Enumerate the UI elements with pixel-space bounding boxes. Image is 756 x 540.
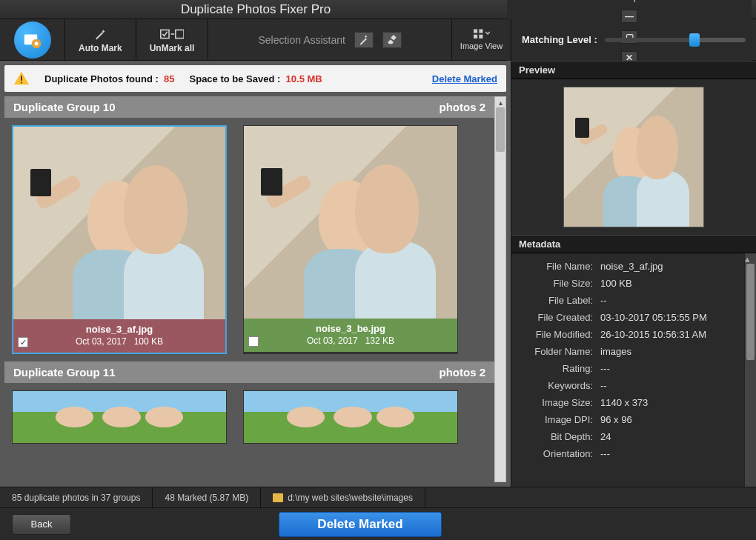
toolbar: Auto Mark UnMark all Selection Assistant…: [0, 19, 756, 61]
photo-filename: noise_3_af.jpg: [16, 324, 222, 335]
group-header: Duplicate Group 10 photos 2: [4, 96, 494, 118]
photo-card[interactable]: [243, 390, 458, 444]
metadata-list: File Name:noise_3_af.jpg File Size:100 K…: [511, 253, 744, 487]
selection-assistant: Selection Assistant: [208, 19, 452, 60]
photo-checkbox[interactable]: [248, 336, 259, 347]
folder-icon: [273, 493, 283, 502]
svg-rect-9: [479, 35, 483, 39]
bottom-bar: Back Delete Marked: [0, 507, 756, 540]
status-marked: 48 Marked (5.87 MB): [153, 487, 261, 507]
group-title: Duplicate Group 11: [13, 366, 440, 379]
delete-marked-link[interactable]: Delete Marked: [432, 73, 497, 84]
svg-rect-10: [21, 76, 22, 80]
wand-icon: [93, 27, 107, 41]
status-summary: 85 duplicate photos in 37 groups: [0, 487, 153, 507]
summary-bar: Duplicate Photos found : 85 Space to be …: [4, 65, 506, 92]
svg-rect-5: [391, 34, 397, 40]
space-saved-value: 10.5 MB: [286, 73, 322, 84]
back-button[interactable]: Back: [12, 514, 71, 535]
metadata-scrollbar[interactable]: ▴: [744, 253, 756, 487]
photo-thumbnail: [244, 126, 457, 319]
results-pane: Duplicate Photos found : 85 Space to be …: [0, 61, 511, 487]
photo-thumbnail: [244, 391, 457, 443]
unmark-all-button[interactable]: UnMark all: [136, 19, 209, 60]
photo-card[interactable]: noise_3_af.jpg Oct 03, 2017 100 KB ✓: [12, 125, 227, 354]
photo-filename: noise_3_be.jpg: [247, 323, 454, 334]
matching-level: Matching Level :: [511, 19, 756, 60]
warning-icon: [13, 70, 30, 87]
auto-mark-button[interactable]: Auto Mark: [65, 19, 136, 60]
photo-meta: noise_3_be.jpg Oct 03, 2017 132 KB: [244, 319, 457, 352]
svg-rect-11: [21, 82, 22, 84]
preview-image: [563, 87, 704, 227]
group-count: photos 2: [440, 366, 486, 379]
photo-meta: noise_3_af.jpg Oct 03, 2017 100 KB ✓: [13, 319, 225, 353]
space-saved-label: Space to be Saved :: [190, 73, 281, 84]
svg-rect-8: [474, 35, 477, 39]
group-header: Duplicate Group 11 photos 2: [4, 361, 494, 383]
matching-level-slider[interactable]: [605, 38, 746, 42]
help-link[interactable]: ? Help ▾: [613, 0, 646, 2]
preview-header: Preview: [511, 61, 756, 79]
titlebar: Duplicate Photos Fixer Pro ▾ Settings ? …: [0, 0, 756, 19]
status-bar: 85 duplicate photos in 37 groups 48 Mark…: [0, 487, 756, 507]
svg-rect-4: [176, 30, 184, 38]
selection-tool-2[interactable]: [382, 32, 402, 48]
photo-card[interactable]: noise_3_be.jpg Oct 03, 2017 132 KB: [243, 125, 458, 354]
metadata-header: Metadata: [511, 235, 756, 253]
side-panel: Preview Metadata File Name:noise_3_af.jp…: [511, 61, 756, 487]
photo-card[interactable]: [12, 390, 227, 444]
delete-marked-button[interactable]: Delete Marked: [279, 512, 442, 537]
svg-point-2: [34, 41, 38, 45]
selection-assistant-label: Selection Assistant: [258, 34, 345, 46]
photo-checkbox[interactable]: ✓: [18, 337, 28, 347]
image-view-button[interactable]: Image View: [452, 19, 511, 60]
selection-tool-1[interactable]: [354, 32, 374, 48]
app-logo: [0, 19, 65, 60]
dup-found-count: 85: [164, 73, 174, 84]
svg-rect-6: [474, 29, 477, 33]
unmark-icon: [160, 27, 184, 41]
group-count: photos 2: [440, 101, 486, 113]
photo-thumbnail: [13, 391, 226, 443]
matching-level-label: Matching Level :: [522, 34, 597, 45]
results-scrollbar[interactable]: ▴: [494, 96, 506, 482]
app-title: Duplicate Photos Fixer Pro: [4, 2, 507, 17]
status-path: d:\my web sites\website\images: [261, 487, 425, 507]
dup-found-label: Duplicate Photos found :: [44, 73, 159, 84]
group-title: Duplicate Group 10: [13, 101, 440, 113]
grid-icon: [474, 29, 490, 41]
photo-thumbnail: [13, 127, 225, 319]
svg-rect-7: [479, 29, 483, 33]
